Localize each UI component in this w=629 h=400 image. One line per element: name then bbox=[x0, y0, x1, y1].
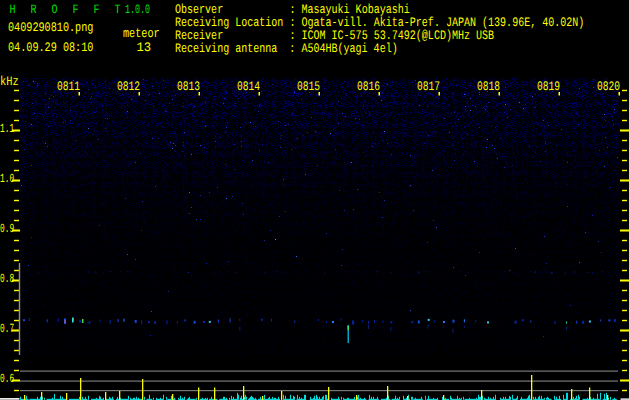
svg-text:1.1: 1.1 bbox=[0, 122, 14, 136]
svg-text:Receiving antenna : A504HB(ya: Receiving antenna : A504HB(yagi 4el) bbox=[175, 41, 398, 56]
svg-text:0820: 0820 bbox=[597, 79, 620, 94]
svg-text:1.0: 1.0 bbox=[0, 172, 14, 186]
svg-text:04.09.29 08:10: 04.09.29 08:10 bbox=[8, 40, 93, 55]
svg-text:0813: 0813 bbox=[177, 79, 200, 94]
svg-text:0812: 0812 bbox=[117, 79, 140, 94]
svg-text:0815: 0815 bbox=[297, 79, 320, 94]
svg-text:0.6: 0.6 bbox=[0, 372, 14, 386]
svg-text:H: H bbox=[10, 2, 16, 17]
svg-text:0819: 0819 bbox=[537, 79, 560, 94]
svg-text:0.7: 0.7 bbox=[0, 322, 14, 336]
svg-text:O: O bbox=[52, 2, 58, 17]
svg-text:kHz: kHz bbox=[0, 74, 19, 89]
svg-text:0814: 0814 bbox=[237, 79, 260, 94]
svg-text:0.9: 0.9 bbox=[0, 222, 14, 236]
svg-text:13: 13 bbox=[137, 40, 152, 55]
svg-text:F: F bbox=[94, 2, 100, 17]
svg-text:0818: 0818 bbox=[477, 79, 500, 94]
svg-text:0811: 0811 bbox=[57, 79, 80, 94]
svg-text:0817: 0817 bbox=[417, 79, 440, 94]
svg-text:F: F bbox=[73, 2, 79, 17]
svg-text:meteor: meteor bbox=[123, 26, 160, 41]
svg-text:1.0.0: 1.0.0 bbox=[125, 2, 150, 17]
svg-text:0409290810.png: 0409290810.png bbox=[8, 20, 93, 35]
svg-text:R: R bbox=[31, 2, 37, 17]
svg-text:0816: 0816 bbox=[357, 79, 380, 94]
svg-text:0.8: 0.8 bbox=[0, 272, 14, 286]
svg-text:T: T bbox=[115, 2, 121, 17]
